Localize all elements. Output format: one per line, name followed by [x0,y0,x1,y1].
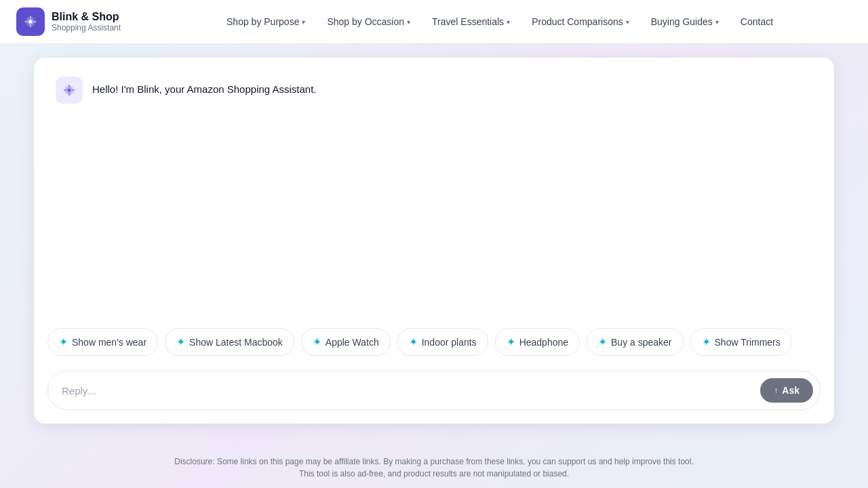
ask-up-icon: ↑ [774,386,778,395]
chevron-down-icon: ▾ [626,18,629,26]
footer-line1: Disclosure: Some links on this page may … [174,457,694,466]
greeting-text: Hello! I'm Blink, your Amazon Shopping A… [92,77,317,98]
nav-shop-occasion[interactable]: Shop by Occasion ▾ [317,11,420,33]
footer: Disclosure: Some links on this page may … [0,447,868,488]
logo-title: Blink & Shop [52,10,121,23]
chat-messages: Hello! I'm Blink, your Amazon Shopping A… [34,58,834,320]
header: Blink & Shop Shopping Assistant Shop by … [0,0,868,44]
suggestion-indoor-plants[interactable]: ✦ Indoor plants [397,328,488,356]
logo-area[interactable]: Blink & Shop Shopping Assistant [16,7,121,36]
nav-shop-purpose[interactable]: Shop by Purpose ▾ [217,11,315,33]
bot-message: Hello! I'm Blink, your Amazon Shopping A… [56,77,812,104]
suggestion-trimmers[interactable]: ✦ Show Trimmers [690,328,792,356]
sparkle-icon: ✦ [702,336,711,348]
chevron-down-icon: ▾ [507,18,510,26]
chevron-down-icon: ▾ [407,18,410,26]
main-content: Hello! I'm Blink, your Amazon Shopping A… [0,44,868,447]
chat-container: Hello! I'm Blink, your Amazon Shopping A… [34,58,834,424]
sparkle-icon: ✦ [313,336,321,348]
nav-product-comparisons[interactable]: Product Comparisons ▾ [522,11,639,33]
sparkle-icon: ✦ [507,336,515,348]
logo-text: Blink & Shop Shopping Assistant [52,10,121,33]
bot-avatar [56,77,83,104]
main-nav: Shop by Purpose ▾ Shop by Occasion ▾ Tra… [148,11,852,33]
sparkle-icon: ✦ [409,336,418,348]
svg-point-3 [29,20,33,24]
sparkle-icon: ✦ [59,336,68,348]
footer-line2: This tool is also ad-free, and product r… [299,469,569,479]
logo-subtitle: Shopping Assistant [52,23,121,33]
nav-contact[interactable]: Contact [731,11,783,33]
logo-icon [16,7,45,36]
suggestion-mens-wear[interactable]: ✦ Show men's wear [47,328,158,356]
ask-button[interactable]: ↑ Ask [760,378,813,403]
suggestion-headphone[interactable]: ✦ Headphone [495,328,580,356]
suggestion-speaker[interactable]: ✦ Buy a speaker [587,328,684,356]
suggestion-macbook[interactable]: ✦ Show Latest Macbook [165,328,294,356]
reply-area: ↑ Ask [34,364,834,424]
sparkle-icon: ✦ [176,336,185,348]
suggestions-area: ✦ Show men's wear ✦ Show Latest Macbook … [34,320,834,364]
reply-box: ↑ Ask [47,371,821,410]
chevron-down-icon: ▾ [715,18,719,26]
nav-buying-guides[interactable]: Buying Guides ▾ [642,11,728,33]
sparkle-icon: ✦ [598,336,607,348]
suggestion-apple-watch[interactable]: ✦ Apple Watch [301,328,391,356]
reply-input[interactable] [62,385,760,396]
nav-travel-essentials[interactable]: Travel Essentials ▾ [422,11,519,33]
chevron-down-icon: ▾ [302,18,305,26]
svg-point-7 [68,89,71,92]
